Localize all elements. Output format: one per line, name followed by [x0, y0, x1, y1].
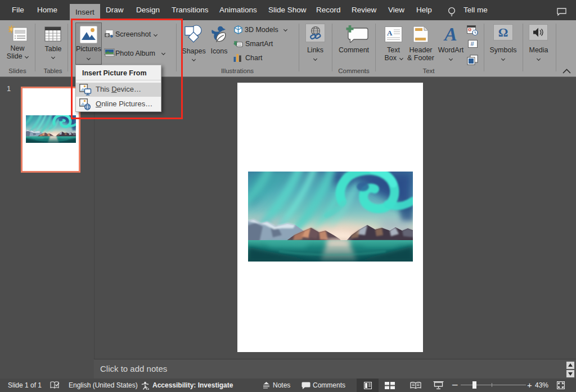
svg-text:A: A	[387, 29, 393, 37]
svg-text:#: #	[471, 40, 475, 47]
svg-text:A: A	[443, 26, 457, 42]
